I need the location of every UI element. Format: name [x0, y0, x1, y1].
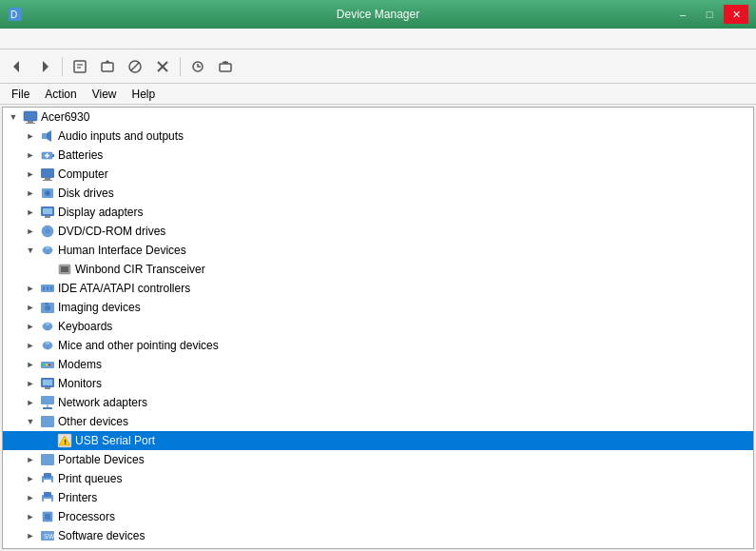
root-label: Acer6930: [41, 110, 89, 124]
svg-point-58: [46, 364, 48, 366]
expand-icon[interactable]: ►: [24, 167, 37, 181]
menu-view[interactable]: View: [85, 86, 125, 103]
disable-button[interactable]: [122, 53, 148, 80]
svg-rect-62: [45, 387, 50, 389]
toolbar-sep-2: [180, 57, 181, 76]
tree-item[interactable]: ► Batteries: [3, 146, 753, 165]
svg-rect-46: [50, 286, 52, 290]
item-label: Disk drives: [58, 187, 114, 200]
forward-button[interactable]: [31, 53, 58, 80]
item-label: Computer: [58, 167, 108, 181]
svg-line-10: [131, 63, 139, 70]
svg-point-31: [47, 192, 48, 194]
tree-item[interactable]: ► Mice and other pointing devices: [3, 336, 753, 355]
tree-item[interactable]: ► Monitors: [3, 374, 753, 393]
expand-icon[interactable]: ▼: [24, 244, 37, 257]
tree-item[interactable]: ► Audio inputs and outputs: [3, 127, 753, 146]
expand-icon[interactable]: ►: [24, 225, 37, 238]
maximize-button[interactable]: □: [697, 5, 722, 24]
item-label: Other devices: [58, 415, 128, 428]
menu-action[interactable]: Action: [37, 86, 84, 103]
toolbar-sep-1: [62, 57, 63, 76]
expand-icon[interactable]: ►: [24, 358, 37, 371]
tree-item[interactable]: ► Display adapters: [3, 203, 753, 222]
expand-icon[interactable]: ►: [24, 206, 37, 219]
svg-rect-20: [42, 133, 47, 139]
tree-item[interactable]: ► Modems: [3, 355, 753, 374]
tree-root[interactable]: ▼ Acer6930: [3, 108, 753, 127]
scan-hardware-button[interactable]: [184, 53, 211, 80]
tree-items: ► Audio inputs and outputs ► Batteries ►…: [3, 127, 753, 549]
svg-rect-49: [45, 303, 48, 305]
expand-icon[interactable]: ►: [24, 510, 37, 523]
item-label: Modems: [58, 358, 102, 371]
svg-rect-44: [43, 286, 45, 290]
minimize-button[interactable]: –: [670, 5, 695, 24]
expand-icon[interactable]: ►: [24, 320, 37, 333]
expand-icon[interactable]: ►: [24, 396, 37, 409]
expand-icon[interactable]: ►: [24, 529, 37, 542]
expand-icon[interactable]: ►: [24, 148, 37, 162]
tree-item[interactable]: ! USB Serial Port: [3, 431, 753, 450]
expand-icon[interactable]: ►: [24, 129, 37, 143]
tree-item[interactable]: ► Imaging devices: [3, 298, 753, 317]
tree-item[interactable]: ► Computer: [3, 165, 753, 184]
uninstall-button[interactable]: [149, 53, 176, 80]
svg-rect-19: [26, 123, 35, 124]
svg-rect-65: [43, 407, 52, 409]
device-icon: [40, 509, 55, 524]
warning-device-icon: !: [57, 433, 72, 448]
tree-item[interactable]: ► SW Software devices: [3, 526, 753, 545]
svg-rect-55: [46, 342, 49, 344]
item-label: Sound, video and game controllers: [58, 548, 234, 549]
expand-icon[interactable]: ►: [24, 491, 37, 504]
tree-item[interactable]: ► DVD/CD-ROM drives: [3, 222, 753, 241]
properties-button[interactable]: [67, 53, 93, 80]
tree-item[interactable]: ► Disk drives: [3, 184, 753, 203]
tree-item[interactable]: ► IDE ATA/ATAPI controllers: [3, 279, 753, 298]
item-label: IDE ATA/ATAPI controllers: [58, 282, 190, 295]
device-tree[interactable]: ▼ Acer6930 ► Audio inputs and outputs ► …: [2, 107, 754, 549]
tree-item[interactable]: ► Keyboards: [3, 317, 753, 336]
device-icon: [40, 128, 55, 144]
device-icon: [40, 205, 55, 220]
svg-rect-78: [45, 514, 50, 520]
root-expand[interactable]: ▼: [7, 110, 20, 124]
item-label: Printers: [58, 491, 97, 504]
item-label: Processors: [58, 510, 115, 523]
update-driver-button[interactable]: [94, 53, 121, 80]
item-label: Audio inputs and outputs: [58, 129, 184, 143]
tree-item[interactable]: ► Processors: [3, 507, 753, 526]
close-button[interactable]: ✕: [724, 5, 748, 24]
tree-item[interactable]: Winbond CIR Transceiver: [3, 260, 753, 279]
svg-rect-33: [43, 208, 52, 214]
menu-file[interactable]: File: [4, 86, 37, 103]
expand-icon[interactable]: ►: [24, 282, 37, 295]
tree-item[interactable]: ▼ Other devices: [3, 412, 753, 431]
svg-rect-34: [45, 216, 50, 218]
back-button[interactable]: [4, 53, 30, 80]
item-label: Portable Devices: [58, 453, 145, 466]
add-legacy-button[interactable]: [212, 53, 239, 80]
device-icon: [40, 471, 55, 486]
expand-icon[interactable]: ►: [24, 339, 37, 352]
svg-rect-66: [41, 416, 54, 427]
expand-icon[interactable]: ►: [24, 453, 37, 466]
expand-icon[interactable]: ►: [24, 377, 37, 390]
expand-icon[interactable]: ►: [24, 187, 37, 200]
expand-icon[interactable]: ►: [24, 301, 37, 314]
tree-item[interactable]: ▼ Human Interface Devices: [3, 241, 753, 260]
expand-icon[interactable]: ►: [24, 548, 37, 549]
window-title: Device Manager: [337, 8, 419, 21]
item-label: USB Serial Port: [75, 434, 155, 447]
menu-help[interactable]: Help: [125, 86, 164, 103]
tree-item[interactable]: ► Portable Devices: [3, 450, 753, 469]
tree-item[interactable]: ► Printers: [3, 488, 753, 507]
tree-item[interactable]: ► Network adapters: [3, 393, 753, 412]
svg-rect-40: [46, 246, 49, 249]
tree-item[interactable]: ► Sound, video and game controllers: [3, 545, 753, 549]
expand-icon[interactable]: ▼: [24, 415, 37, 428]
expand-icon[interactable]: ►: [24, 472, 37, 485]
svg-rect-14: [220, 64, 231, 71]
tree-item[interactable]: ► Print queues: [3, 469, 753, 488]
